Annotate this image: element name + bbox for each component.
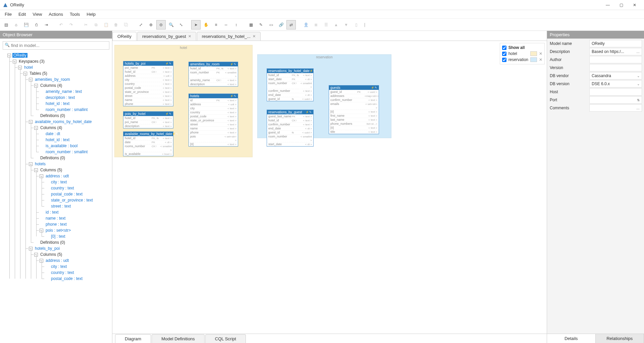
model-tree[interactable]: −OReilly−Keyspaces (3)−hotel−Tables (5)−… [2, 52, 110, 282]
tree-node[interactable]: Tables (5) [29, 71, 48, 76]
zoom-out-icon[interactable]: ⊖ [156, 20, 166, 30]
more-icon[interactable]: … [636, 50, 640, 54]
more-icon[interactable]: … [636, 106, 640, 110]
entity-reservations_by_guest[interactable]: reservations_by_guest⚡✎guest_last_namePK… [267, 110, 314, 147]
minimize-button[interactable]: — [601, 0, 614, 10]
entity-actions-icon[interactable]: ⚡✎ [310, 69, 316, 72]
entity-actions-icon[interactable]: ⚡✎ [230, 63, 236, 66]
doc-tab[interactable]: reservations_by_hotel_...✕ [197, 32, 261, 41]
align-left-icon[interactable]: ≡ [211, 20, 221, 30]
entity-available_rooms_by_hotel_date[interactable]: available_rooms_by_hotel_date⚡✎hotel_idP… [123, 131, 173, 156]
add-note-icon[interactable]: ✎ [256, 20, 266, 30]
properties-tab[interactable]: Relationships [596, 334, 644, 343]
tree-node[interactable]: country : text [50, 270, 75, 275]
tree-node[interactable]: is_available : bool [45, 144, 78, 148]
entity-actions-icon[interactable]: ⚡✎ [306, 111, 312, 114]
open-folder-icon[interactable]: ⌂ [11, 20, 21, 30]
print-icon[interactable]: ⎙ [32, 20, 41, 30]
tree-root[interactable]: OReilly [12, 53, 28, 58]
fullscreen-icon[interactable]: ⤡ [176, 20, 186, 30]
tree-node[interactable]: hotel [23, 65, 34, 70]
show-all-checkbox[interactable] [502, 46, 506, 50]
remove-layer-icon[interactable]: ✕ [539, 51, 542, 56]
tree-node[interactable]: amenities_by_room [34, 77, 71, 82]
relation-icon[interactable]: ⇄ [286, 20, 296, 30]
tree-node[interactable]: postal_code : text [50, 192, 84, 196]
tree-node[interactable]: room_number : smallint [45, 107, 89, 112]
tree-node[interactable]: street : text [50, 204, 72, 209]
zoom-in-icon[interactable]: ⊕ [146, 20, 156, 30]
align-vertical-icon[interactable]: ↕ [231, 20, 241, 30]
diagram-canvas[interactable]: hotel reservation Show allhotel✕reservat… [112, 41, 547, 334]
new-file-icon[interactable]: ▤ [1, 20, 11, 30]
tree-node[interactable]: name : text [45, 216, 66, 221]
tree-node[interactable]: Definitions (0) [39, 240, 66, 245]
prop-value[interactable] [589, 88, 642, 96]
chevron-down-icon[interactable]: ⌄ [637, 82, 640, 86]
layers-panel[interactable]: Show allhotel✕reservation✕ [500, 43, 545, 64]
entity-actions-icon[interactable]: ⚡✎ [230, 95, 236, 98]
close-tab-icon[interactable]: ✕ [188, 34, 191, 39]
align-horizontal-icon[interactable]: ↔ [221, 20, 231, 30]
entity-actions-icon[interactable]: ⚡✎ [172, 132, 178, 135]
bottom-tab[interactable]: CQL Script [205, 334, 246, 343]
entity-hotels[interactable]: hotels⚡✎idPK< text >address< udt > city<… [189, 94, 238, 147]
tree-node[interactable]: hotels_by_poi [34, 246, 61, 251]
export-icon[interactable]: ⇥ [42, 20, 51, 30]
tree-node[interactable]: country : text [50, 186, 75, 190]
tree-node[interactable]: description : text [45, 95, 76, 100]
pointer-icon[interactable]: ➤ [191, 20, 201, 30]
entity-actions-icon[interactable]: ⚡✎ [371, 86, 377, 89]
remove-layer-icon[interactable]: ✕ [539, 57, 542, 62]
tree-node[interactable]: hotel_id : text [45, 137, 70, 142]
properties-tab[interactable]: Details [547, 334, 596, 343]
tree-node[interactable]: state_or_province : text [50, 198, 94, 203]
tree-node[interactable]: Definitions (0) [39, 156, 66, 160]
doc-tab[interactable]: reservations_by_guest✕ [137, 32, 196, 41]
menu-help[interactable]: Help [83, 10, 99, 18]
entity-reservations_by_hotel_date[interactable]: reservations_by_hotel_date⚡✎hotel_idPK, … [267, 68, 314, 101]
zoom-icon[interactable]: 🔍 [166, 20, 176, 30]
tree-node[interactable]: hotel_id : text [45, 101, 70, 106]
tree-node[interactable]: hotels [34, 162, 47, 166]
tree-node[interactable]: available_rooms_by_hotel_date [34, 119, 93, 124]
menu-actions[interactable]: Actions [45, 10, 66, 18]
spinner-icon[interactable]: ⇅ [637, 98, 640, 102]
menu-tools[interactable]: Tools [66, 10, 83, 18]
menu-view[interactable]: View [29, 10, 45, 18]
link-icon[interactable]: 🔗 [276, 20, 286, 30]
tree-node[interactable]: id : text [45, 210, 60, 215]
bottom-tab[interactable]: Model Definitions [152, 334, 205, 343]
chevron-down-icon[interactable]: ⌄ [637, 74, 640, 78]
entity-pois_by_hotel[interactable]: pois_by_hotel⚡✎hotel_idPK, fk< text >poi… [123, 111, 173, 128]
tree-node[interactable]: address : udt [45, 174, 70, 178]
tree-node[interactable]: date : dt [45, 131, 61, 136]
tree-node[interactable]: Columns (4) [39, 83, 63, 88]
prop-value[interactable] [589, 64, 642, 71]
layer-checkbox[interactable] [502, 58, 506, 62]
tree-node[interactable]: postal_code : text [50, 276, 84, 281]
prop-value[interactable]: Cassandra⌄ [589, 72, 642, 79]
menu-edit[interactable]: Edit [15, 10, 29, 18]
new-entity-icon[interactable]: ▭ [266, 20, 276, 30]
search-input[interactable] [3, 41, 109, 50]
tree-node[interactable]: city : text [50, 180, 68, 184]
entity-amenities_by_room[interactable]: amenities_by_room⚡✎hotel_idPK, fk< text … [189, 62, 238, 87]
prop-value[interactable]: Based on https:/...… [589, 48, 642, 55]
bottom-tab[interactable]: Diagram [115, 334, 151, 343]
doc-tab[interactable]: OReilly [112, 32, 137, 41]
tree-node[interactable]: Keyspaces (3) [18, 59, 46, 64]
entity-hotels_by_poi[interactable]: hotels_by_poi⚡✎poi_namePK< text >hotel_i… [123, 61, 173, 106]
layer-checkbox[interactable] [502, 52, 506, 56]
close-tab-icon[interactable]: ✕ [253, 34, 256, 39]
maximize-button[interactable]: ▢ [614, 0, 628, 10]
tree-node[interactable]: Columns (5) [39, 168, 63, 172]
grid-icon[interactable]: ▦ [246, 20, 256, 30]
tree-node[interactable]: pois : set<str> [45, 228, 72, 233]
hand-icon[interactable]: ✋ [201, 20, 211, 30]
close-button[interactable]: ✕ [628, 0, 641, 10]
tree-node[interactable]: Columns (5) [39, 252, 63, 257]
tree-node[interactable]: amenity_name : text [45, 89, 83, 94]
entity-guests[interactable]: guests⚡✎guest_idPK< uuid >addresses<map<… [329, 85, 379, 134]
bar-icon[interactable]: ⎸ [362, 20, 371, 30]
